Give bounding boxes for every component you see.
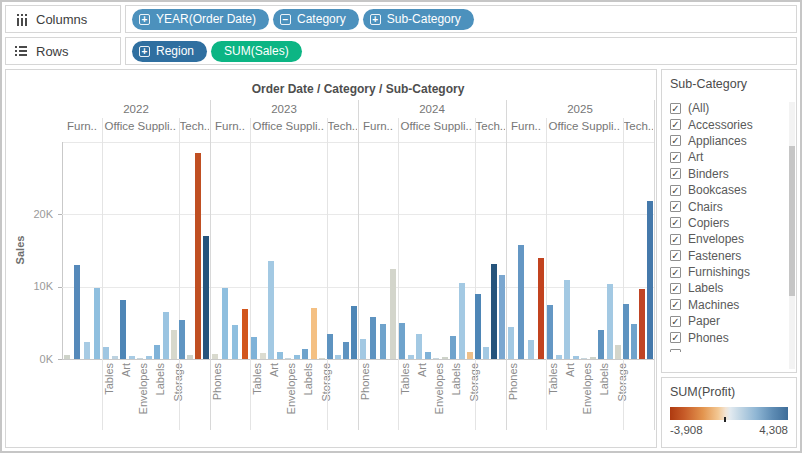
- bar-2022-fasteners[interactable]: [137, 358, 143, 359]
- bar-2024-envelopes[interactable]: [425, 352, 431, 359]
- bar-2022-binders[interactable]: [120, 300, 126, 359]
- bar-2023-appliances[interactable]: [251, 337, 257, 359]
- bar-2022-appliances[interactable]: [103, 347, 109, 359]
- filter-item-phones[interactable]: ✓Phones: [670, 329, 778, 345]
- filter-item-binders[interactable]: ✓Binders: [670, 166, 778, 182]
- bar-2025-machines[interactable]: [639, 289, 645, 359]
- filter-scrollbar-thumb[interactable]: [789, 146, 795, 296]
- pill-expand-icon[interactable]: −: [280, 14, 291, 25]
- checkbox-checked-icon[interactable]: ✓: [670, 152, 681, 163]
- bar-2022-phones[interactable]: [203, 236, 209, 359]
- bar-2023-labels[interactable]: [294, 355, 300, 359]
- pill-category[interactable]: −Category: [273, 9, 359, 30]
- bar-2025-accessories[interactable]: [623, 304, 629, 359]
- bar-2022-copiers[interactable]: [187, 355, 193, 359]
- bar-2024-labels[interactable]: [442, 357, 448, 359]
- bar-2022-paper[interactable]: [154, 345, 160, 359]
- bar-2023-fasteners[interactable]: [285, 358, 291, 359]
- rows-pill-area[interactable]: +RegionSUM(Sales): [125, 37, 797, 65]
- bar-2024-bookcases[interactable]: [360, 339, 366, 359]
- bar-2023-machines[interactable]: [343, 342, 349, 359]
- bar-2022-storage[interactable]: [163, 312, 169, 359]
- filter-item-accessories[interactable]: ✓Accessories: [670, 116, 778, 132]
- filter-item-copiers[interactable]: ✓Copiers: [670, 215, 778, 231]
- checkbox-checked-icon[interactable]: ✓: [670, 250, 681, 261]
- filter-item-art[interactable]: ✓Art: [670, 149, 778, 165]
- bar-2022-chairs[interactable]: [74, 265, 80, 359]
- bar-2023-envelopes[interactable]: [277, 352, 283, 359]
- pill-sum-sales-[interactable]: SUM(Sales): [211, 41, 302, 62]
- checkbox-checked-icon[interactable]: ✓: [670, 103, 681, 114]
- bar-2024-fasteners[interactable]: [433, 358, 439, 359]
- bar-2022-art[interactable]: [112, 356, 118, 359]
- bar-2023-bookcases[interactable]: [212, 354, 218, 359]
- bar-2025-phones[interactable]: [647, 201, 653, 359]
- bar-2023-phones[interactable]: [351, 306, 357, 359]
- filter-scrollbar[interactable]: [789, 102, 795, 369]
- bar-2025-furnishings[interactable]: [528, 340, 534, 359]
- bar-2022-envelopes[interactable]: [129, 356, 135, 359]
- filter-item-appliances[interactable]: ✓Appliances: [670, 133, 778, 149]
- bar-2025-labels[interactable]: [590, 357, 596, 359]
- bar-2024-supplies[interactable]: [467, 352, 473, 359]
- bar-2024-tables[interactable]: [390, 269, 396, 359]
- columns-pill-area[interactable]: +YEAR(Order Date)−Category+Sub-Category: [125, 5, 797, 33]
- bar-2025-fasteners[interactable]: [581, 358, 587, 359]
- pill-region[interactable]: +Region: [132, 41, 207, 62]
- bar-2024-phones[interactable]: [499, 275, 505, 359]
- bar-2023-paper[interactable]: [302, 349, 308, 359]
- checkbox-checked-icon[interactable]: ✓: [670, 283, 681, 294]
- bar-2025-tables[interactable]: [538, 258, 544, 359]
- bar-2023-storage[interactable]: [311, 308, 317, 359]
- checkbox-checked-icon[interactable]: ✓: [670, 168, 681, 179]
- bar-2022-machines[interactable]: [195, 153, 201, 359]
- checkbox-partial-icon[interactable]: [670, 349, 681, 352]
- pill-expand-icon[interactable]: +: [139, 46, 150, 57]
- checkbox-checked-icon[interactable]: ✓: [670, 217, 681, 228]
- filter-item-labels[interactable]: ✓Labels: [670, 280, 778, 296]
- filter-item-envelopes[interactable]: ✓Envelopes: [670, 231, 778, 247]
- bar-2025-bookcases[interactable]: [508, 327, 514, 359]
- bar-2024-furnishings[interactable]: [380, 324, 386, 359]
- filter-item-furnishings[interactable]: ✓Furnishings: [670, 264, 778, 280]
- bar-2022-tables[interactable]: [94, 288, 100, 359]
- bar-2025-appliances[interactable]: [547, 305, 553, 359]
- bar-2025-envelopes[interactable]: [573, 356, 579, 359]
- filter-item-paper[interactable]: ✓Paper: [670, 313, 778, 329]
- bar-2022-labels[interactable]: [146, 356, 152, 359]
- bar-2023-accessories[interactable]: [327, 334, 333, 359]
- bar-2023-copiers[interactable]: [335, 355, 341, 359]
- filter-item-machines[interactable]: ✓Machines: [670, 297, 778, 313]
- checkbox-checked-icon[interactable]: ✓: [670, 119, 681, 130]
- bar-2024-accessories[interactable]: [475, 294, 481, 359]
- pill-expand-icon[interactable]: +: [139, 14, 150, 25]
- bar-2024-appliances[interactable]: [399, 323, 405, 359]
- bar-2025-paper[interactable]: [598, 330, 604, 359]
- bar-2022-bookcases[interactable]: [64, 355, 70, 359]
- pill-sub-category[interactable]: +Sub-Category: [363, 9, 474, 30]
- filter-item-bookcases[interactable]: ✓Bookcases: [670, 182, 778, 198]
- bar-2024-art[interactable]: [408, 355, 414, 359]
- bar-2024-paper[interactable]: [450, 336, 456, 359]
- bar-2022-furnishings[interactable]: [84, 342, 90, 359]
- bar-2024-copiers[interactable]: [483, 347, 489, 359]
- checkbox-checked-icon[interactable]: ✓: [670, 234, 681, 245]
- checkbox-checked-icon[interactable]: ✓: [670, 267, 681, 278]
- bar-2025-supplies[interactable]: [615, 345, 621, 359]
- bar-2025-copiers[interactable]: [631, 324, 637, 359]
- filter-item--all-[interactable]: ✓(All): [670, 100, 778, 116]
- chart-pane[interactable]: 0K10K20KOrder Date / Category / Sub-Cate…: [5, 69, 657, 448]
- bar-2023-art[interactable]: [260, 353, 266, 359]
- checkbox-checked-icon[interactable]: ✓: [670, 135, 681, 146]
- checkbox-checked-icon[interactable]: ✓: [670, 332, 681, 343]
- bar-2023-binders[interactable]: [268, 261, 274, 359]
- filter-item-chairs[interactable]: ✓Chairs: [670, 198, 778, 214]
- bar-2024-storage[interactable]: [459, 283, 465, 359]
- checkbox-checked-icon[interactable]: ✓: [670, 185, 681, 196]
- bar-2025-chairs[interactable]: [518, 245, 524, 359]
- checkbox-checked-icon[interactable]: ✓: [670, 316, 681, 327]
- bar-2024-binders[interactable]: [416, 334, 422, 359]
- bar-2024-machines[interactable]: [491, 264, 497, 359]
- filter-item-fasteners[interactable]: ✓Fasteners: [670, 248, 778, 264]
- bar-2025-art[interactable]: [556, 355, 562, 359]
